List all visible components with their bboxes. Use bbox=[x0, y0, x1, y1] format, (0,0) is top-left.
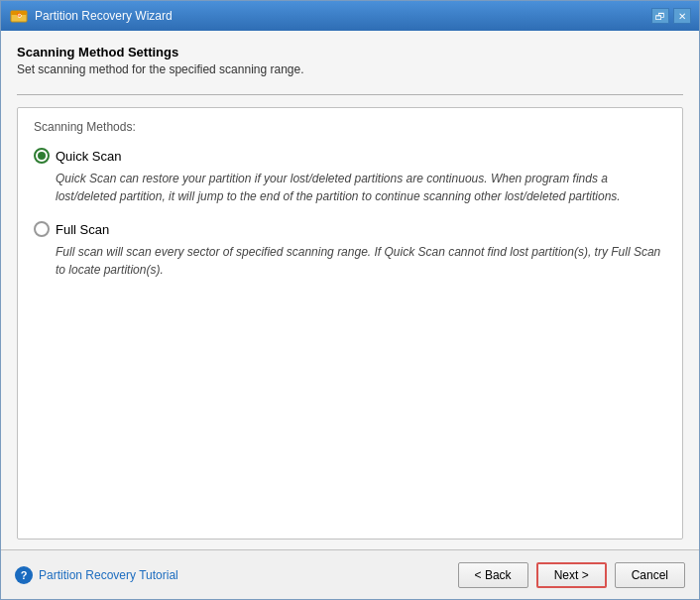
scanning-methods-legend: Scanning Methods: bbox=[34, 120, 666, 134]
cancel-button[interactable]: Cancel bbox=[615, 562, 685, 588]
footer-buttons: < Back Next > Cancel bbox=[458, 562, 685, 588]
restore-button[interactable]: 🗗 bbox=[651, 8, 669, 24]
quick-scan-option: Quick Scan Quick Scan can restore your p… bbox=[34, 148, 666, 205]
full-scan-description: Full scan will scan every sector of spec… bbox=[56, 243, 666, 279]
window-controls: 🗗 ✕ bbox=[651, 8, 691, 24]
back-button[interactable]: < Back bbox=[458, 562, 528, 588]
help-icon[interactable]: ? bbox=[15, 566, 33, 584]
footer-bar: ? Partition Recovery Tutorial < Back Nex… bbox=[1, 549, 699, 599]
quick-scan-radio-dot bbox=[38, 152, 46, 160]
title-bar: ⚙ Partition Recovery Wizard 🗗 ✕ bbox=[1, 1, 699, 31]
app-icon: ⚙ bbox=[9, 6, 29, 26]
quick-scan-radio[interactable] bbox=[34, 148, 50, 164]
header-divider bbox=[17, 94, 683, 95]
full-scan-label[interactable]: Full Scan bbox=[56, 222, 109, 237]
quick-scan-label[interactable]: Quick Scan bbox=[56, 149, 121, 164]
main-window: ⚙ Partition Recovery Wizard 🗗 ✕ Scanning… bbox=[0, 0, 700, 600]
window-content: Scanning Method Settings Set scanning me… bbox=[1, 31, 699, 549]
page-subtitle: Set scanning method for the specified sc… bbox=[17, 62, 683, 76]
help-link[interactable]: Partition Recovery Tutorial bbox=[39, 568, 178, 582]
footer-left: ? Partition Recovery Tutorial bbox=[15, 566, 458, 584]
next-button[interactable]: Next > bbox=[536, 562, 607, 588]
full-scan-option: Full Scan Full scan will scan every sect… bbox=[34, 221, 666, 279]
window-title: Partition Recovery Wizard bbox=[35, 9, 651, 23]
full-scan-label-row[interactable]: Full Scan bbox=[34, 221, 666, 237]
close-button[interactable]: ✕ bbox=[673, 8, 691, 24]
quick-scan-label-row[interactable]: Quick Scan bbox=[34, 148, 666, 164]
page-title: Scanning Method Settings bbox=[17, 45, 683, 60]
full-scan-radio[interactable] bbox=[34, 221, 50, 237]
scanning-methods-box: Scanning Methods: Quick Scan Quick Scan … bbox=[17, 107, 683, 540]
header-section: Scanning Method Settings Set scanning me… bbox=[17, 45, 683, 76]
quick-scan-description: Quick Scan can restore your partition if… bbox=[56, 170, 666, 205]
svg-text:⚙: ⚙ bbox=[17, 13, 22, 19]
